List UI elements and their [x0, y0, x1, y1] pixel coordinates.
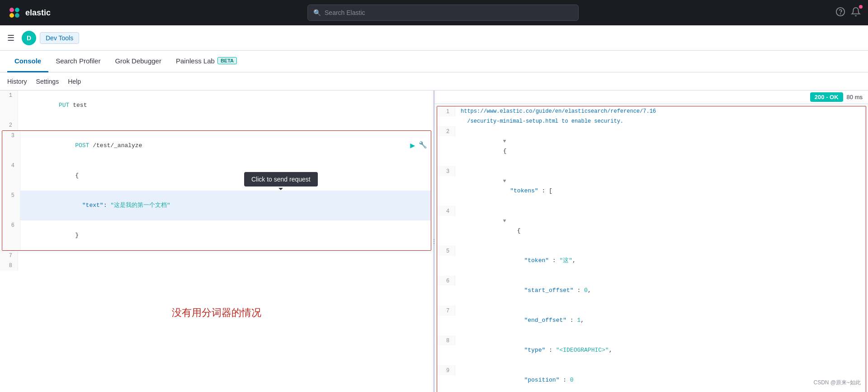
- output-content-2: ▼ {: [455, 126, 866, 166]
- output-num-8: 8: [437, 335, 455, 345]
- output-num-3: 3: [437, 166, 455, 176]
- top-navigation: elastic 🔍 Search Elastic: [0, 0, 868, 25]
- output-content-3: ▼ "tokens" : [: [455, 166, 866, 206]
- output-line-3: 3 ▼ "tokens" : [: [437, 166, 866, 206]
- tab-console[interactable]: Console: [7, 51, 48, 72]
- line-content-5: "text": "这是我的第一个文档": [20, 191, 431, 220]
- post-url: /test/_analyze: [93, 142, 142, 149]
- search-placeholder: Search Elastic: [325, 9, 365, 16]
- post-method: POST: [75, 142, 93, 149]
- tab-painless-lab-label: Painless Lab: [176, 57, 215, 65]
- tooltip-text: Click to send request: [251, 176, 311, 183]
- tabs-bar: Console Search Profiler Grok Debugger Pa…: [0, 51, 868, 72]
- svg-point-4: [15, 13, 19, 18]
- editor-line-6: 6 }: [2, 220, 431, 250]
- line-content-8: [18, 261, 433, 271]
- hamburger-button[interactable]: ☰: [7, 33, 14, 43]
- editor-line-2: 2: [0, 120, 433, 130]
- watermark: CSDN @原来~如此: [813, 379, 861, 387]
- brand-name: elastic: [25, 8, 51, 18]
- tab-painless-lab[interactable]: Painless Lab BETA: [169, 51, 244, 72]
- output-line-4: 4 ▼ {: [437, 206, 866, 246]
- output-content-4: ▼ {: [455, 206, 866, 246]
- output-line-5: 5 "token" : "这",: [437, 246, 866, 276]
- tab-grok-debugger[interactable]: Grok Debugger: [108, 51, 169, 72]
- line-number-3: 3: [2, 131, 20, 161]
- help-circle-icon[interactable]: [835, 7, 845, 19]
- tab-search-profiler[interactable]: Search Profiler: [48, 51, 108, 72]
- output-content-url-cont: /security-minimal-setup.html to enable s…: [455, 116, 866, 126]
- main-content: 1 PUT test 2 3 POST /test/_analyze: [0, 91, 868, 392]
- line-number-8: 8: [0, 261, 18, 271]
- output-num-5: 5: [437, 246, 455, 256]
- user-avatar[interactable]: D: [22, 31, 36, 45]
- tooltip-box: Click to send request: [244, 172, 318, 186]
- run-button[interactable]: ▶: [410, 141, 415, 151]
- line-content-7: [18, 251, 433, 261]
- output-num-7: 7: [437, 306, 455, 316]
- line-content-1: PUT test: [18, 91, 433, 120]
- tab-grok-debugger-label: Grok Debugger: [115, 57, 161, 65]
- tokens-key: "tokens": [503, 187, 538, 194]
- method-keyword: PUT: [59, 102, 73, 109]
- tab-console-label: Console: [14, 57, 41, 65]
- collapse-arrow-3[interactable]: ▼: [503, 178, 506, 184]
- status-code: 200 - OK: [810, 92, 843, 102]
- elastic-logo[interactable]: elastic: [7, 5, 51, 20]
- key-text: "text": [75, 202, 103, 209]
- output-scrollable[interactable]: 1 https://www.elastic.co/guide/en/elasti…: [435, 104, 868, 392]
- code-editor[interactable]: 1 PUT test 2 3 POST /test/_analyze: [0, 91, 433, 392]
- search-bar-wrapper: 🔍 Search Elastic: [58, 5, 828, 21]
- line-number-7: 7: [0, 251, 18, 261]
- output-num-4: 4: [437, 206, 455, 216]
- search-icon: 🔍: [313, 9, 321, 16]
- svg-point-0: [8, 6, 21, 19]
- output-content-8: "type" : "<IDEOGRAPHIC>",: [455, 335, 866, 365]
- elastic-logo-icon: [7, 5, 22, 20]
- annotation-text: 没有用分词器的情况: [172, 306, 261, 320]
- output-line-6: 6 "start_offset" : 0,: [437, 276, 866, 306]
- output-content-6: "start_offset" : 0,: [455, 276, 866, 306]
- search-bar[interactable]: 🔍 Search Elastic: [307, 5, 579, 21]
- output-num-9: 9: [437, 365, 455, 375]
- output-content-1: https://www.elastic.co/guide/en/elastics…: [455, 106, 866, 116]
- close-brace: }: [75, 232, 79, 239]
- settings-button[interactable]: Settings: [36, 78, 59, 85]
- line-content-4: {: [20, 161, 431, 191]
- output-line-1: 1 https://www.elastic.co/guide/en/elasti…: [437, 106, 866, 116]
- editor-line-4: 4 {: [2, 161, 431, 191]
- output-border: 1 https://www.elastic.co/guide/en/elasti…: [437, 106, 866, 392]
- editor-line-3: 3 POST /test/_analyze ▶ 🔧: [2, 131, 431, 161]
- output-content-5: "token" : "这",: [455, 246, 866, 276]
- output-num-6: 6: [437, 276, 455, 286]
- output-content-9: "position" : 0: [455, 365, 866, 392]
- colon: :: [104, 202, 111, 209]
- line-content-2: [18, 120, 433, 130]
- output-line-8: 8 "type" : "<IDEOGRAPHIC>",: [437, 335, 866, 365]
- editor-line-5: 5 "text": "这是我的第一个文档": [2, 191, 431, 220]
- collapse-arrow-4[interactable]: ▼: [503, 218, 506, 224]
- open-brace: {: [75, 172, 79, 179]
- output-num-2: 2: [437, 126, 455, 136]
- help-button[interactable]: Help: [68, 78, 81, 85]
- svg-point-2: [15, 8, 19, 12]
- collapse-arrow-2[interactable]: ▼: [503, 139, 506, 144]
- notification-icon[interactable]: [851, 7, 861, 19]
- line-content-3: POST /test/_analyze: [20, 131, 431, 161]
- nav-right: [835, 7, 861, 19]
- output-content-7: "end_offset" : 1,: [455, 306, 866, 335]
- wrench-button[interactable]: 🔧: [419, 141, 427, 151]
- history-button[interactable]: History: [7, 78, 27, 85]
- beta-badge: BETA: [217, 57, 237, 64]
- output-line-9: 9 "position" : 0: [437, 365, 866, 392]
- brace-open: {: [503, 148, 507, 154]
- output-pane: 200 - OK 80 ms 1 https://www.elastic.co/…: [435, 91, 868, 392]
- svg-point-6: [840, 14, 841, 14]
- line-number-4: 4: [2, 161, 20, 191]
- dev-tools-button[interactable]: Dev Tools: [40, 32, 79, 44]
- svg-point-1: [9, 8, 14, 12]
- editor-pane: 1 PUT test 2 3 POST /test/_analyze: [0, 91, 433, 392]
- tooltip-container: Click to send request: [244, 172, 318, 186]
- sub-navigation: ☰ D Dev Tools: [0, 25, 868, 51]
- status-time: 80 ms: [847, 94, 863, 100]
